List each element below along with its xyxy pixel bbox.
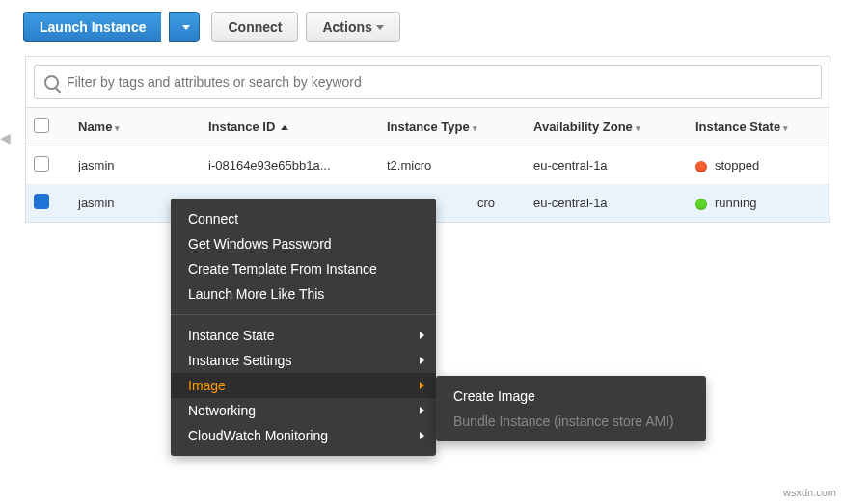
select-all-checkbox[interactable] (34, 118, 49, 133)
submenu-arrow-icon (420, 407, 424, 414)
menu-label: Instance State (188, 328, 275, 343)
sort-icon: ▾ (473, 123, 477, 133)
search-icon (44, 75, 59, 90)
type-partial: cro (477, 196, 495, 210)
col-instance-id-label: Instance ID (208, 119, 275, 134)
cell-availability-zone: eu-central-1a (526, 146, 688, 185)
submenu-create-image[interactable]: Create Image (436, 384, 706, 409)
cell-state: running (688, 184, 830, 222)
side-handle-icon[interactable]: ◀ (0, 130, 11, 146)
filter-input[interactable] (67, 74, 811, 90)
context-menu: Connect Get Windows Password Create Temp… (171, 199, 436, 456)
submenu-arrow-icon (420, 382, 424, 389)
submenu-arrow-icon (420, 357, 424, 364)
image-submenu: Create Image Bundle Instance (instance s… (436, 376, 706, 441)
caret-down-icon (182, 25, 190, 30)
submenu-bundle-instance: Bundle Instance (instance store AMI) (436, 409, 706, 434)
menu-create-template[interactable]: Create Template From Instance (171, 256, 436, 281)
cell-name: jasmin (70, 146, 201, 185)
menu-networking[interactable]: Networking (171, 398, 436, 423)
col-state-label: Instance State (695, 119, 780, 134)
sort-icon: ▾ (115, 123, 120, 133)
cell-availability-zone: eu-central-1a (526, 184, 688, 222)
menu-launch-more[interactable]: Launch More Like This (171, 281, 436, 306)
col-instance-type[interactable]: Instance Type▾ (379, 108, 526, 146)
cell-state: stopped (688, 146, 830, 185)
cell-instance-type: t2.micro (379, 146, 526, 185)
actions-label: Actions (322, 19, 371, 35)
menu-connect[interactable]: Connect (171, 206, 436, 231)
state-label: running (715, 196, 756, 210)
state-label: stopped (715, 158, 759, 172)
status-dot-stopped-icon (695, 161, 707, 172)
table-row[interactable]: jasmin i-08164e93e65bb1a... t2.micro eu-… (26, 146, 830, 185)
context-menu-group: Instance State Instance Settings Image N… (171, 314, 436, 456)
watermark: wsxdn.com (783, 487, 836, 498)
menu-get-windows-password[interactable]: Get Windows Password (171, 231, 436, 256)
col-availability-zone[interactable]: Availability Zone▾ (526, 108, 688, 146)
row-checkbox[interactable] (34, 156, 49, 172)
menu-instance-state[interactable]: Instance State (171, 323, 436, 348)
toolbar: Launch Instance Connect Actions (0, 0, 844, 56)
caret-down-icon (376, 25, 384, 30)
menu-instance-settings[interactable]: Instance Settings (171, 348, 436, 373)
actions-button[interactable]: Actions (306, 12, 399, 42)
col-instance-id[interactable]: Instance ID (201, 108, 379, 146)
submenu-arrow-icon (420, 332, 424, 339)
submenu-arrow-icon (420, 432, 424, 439)
col-instance-state[interactable]: Instance State▾ (688, 108, 830, 146)
col-name-label: Name (78, 119, 112, 134)
connect-button[interactable]: Connect (211, 12, 298, 42)
launch-instance-button[interactable]: Launch Instance (23, 12, 161, 42)
menu-label: Instance Settings (188, 353, 291, 368)
menu-label: CloudWatch Monitoring (188, 428, 328, 443)
status-dot-running-icon (695, 199, 707, 210)
cell-instance-id: i-08164e93e65bb1a... (201, 146, 379, 185)
sort-asc-icon (281, 125, 288, 130)
menu-label: Image (188, 378, 226, 393)
menu-image[interactable]: Image (171, 373, 436, 398)
context-menu-group: Connect Get Windows Password Create Temp… (171, 199, 436, 314)
menu-cloudwatch[interactable]: CloudWatch Monitoring (171, 423, 436, 448)
menu-label: Networking (188, 403, 256, 418)
col-az-label: Availability Zone (533, 119, 633, 134)
col-instance-type-label: Instance Type (387, 119, 470, 134)
sort-icon: ▾ (636, 123, 640, 133)
sort-icon: ▾ (783, 123, 788, 133)
table-header-row: Name▾ Instance ID Instance Type▾ Availab… (26, 108, 830, 146)
launch-instance-dropdown[interactable] (169, 12, 200, 42)
row-checkbox[interactable] (34, 194, 49, 209)
col-name[interactable]: Name▾ (70, 108, 201, 146)
filter-bar[interactable] (34, 65, 822, 99)
